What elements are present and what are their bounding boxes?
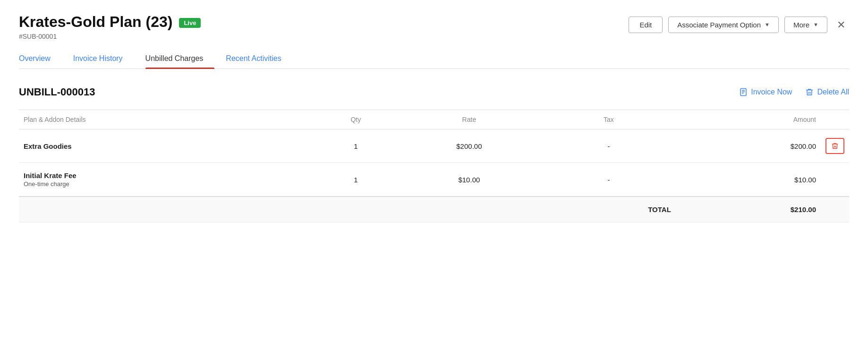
col-amount: Amount [676,110,821,129]
row-qty-2: 1 [315,163,397,197]
col-rate: Rate [397,110,542,129]
page-title: Krates-Gold Plan (23) [19,13,172,31]
row-delete-cell-1 [821,129,849,163]
row-amount-2: $10.00 [676,163,821,197]
row-tax-1: - [542,129,676,163]
row-delete-cell-2 [821,163,849,197]
more-button[interactable]: More ▼ [784,17,827,33]
tab-recent-activities[interactable]: Recent Activities [226,50,292,68]
row-qty-1: 1 [315,129,397,163]
edit-button[interactable]: Edit [629,17,663,33]
col-qty: Qty [315,110,397,129]
total-row: TOTAL $210.00 [19,197,849,222]
row-rate-1: $200.00 [397,129,542,163]
trash-icon [805,88,814,96]
delete-all-label: Delete All [817,88,849,96]
invoice-now-button[interactable]: Invoice Now [739,88,792,96]
tab-unbilled-charges[interactable]: Unbilled Charges [145,50,215,68]
row-tax-2: - [542,163,676,197]
trash-icon-row [831,142,839,150]
delete-all-button[interactable]: Delete All [805,88,849,96]
unbill-header: UNBILL-000013 Invoice Now [19,86,849,98]
row-rate-2: $10.00 [397,163,542,197]
tab-invoice-history[interactable]: Invoice History [73,50,134,68]
sub-id: #SUB-00001 [19,33,201,40]
col-tax: Tax [542,110,676,129]
header-actions: Edit Associate Payment Option ▼ More ▼ ✕ [629,16,849,33]
row-amount-1: $200.00 [676,129,821,163]
table-row: Initial Krate Fee One-time charge 1 $10.… [19,163,849,197]
tabs: Overview Invoice History Unbilled Charge… [19,50,849,69]
total-amount: $210.00 [676,197,821,222]
charges-table: Plan & Addon Details Qty Rate Tax Amount… [19,110,849,222]
title-row: Krates-Gold Plan (23) Live [19,13,201,31]
header: Krates-Gold Plan (23) Live #SUB-00001 Ed… [19,13,849,40]
row-delete-button-1[interactable] [825,138,844,154]
chevron-down-icon: ▼ [813,22,818,27]
table-row: Extra Goodies 1 $200.00 - $200.00 [19,129,849,163]
more-label: More [793,21,809,29]
content: UNBILL-000013 Invoice Now [19,69,849,222]
unbill-actions: Invoice Now Delete All [739,88,849,96]
invoice-now-label: Invoice Now [751,88,792,96]
row-name-2: Initial Krate Fee One-time charge [19,163,315,197]
live-badge: Live [179,18,201,28]
close-button[interactable]: ✕ [833,17,849,33]
page-container: Krates-Gold Plan (23) Live #SUB-00001 Ed… [0,0,868,359]
col-plan-addon: Plan & Addon Details [19,110,315,129]
total-label: TOTAL [542,197,676,222]
tab-overview[interactable]: Overview [19,50,62,68]
associate-payment-button[interactable]: Associate Payment Option ▼ [668,17,779,33]
chevron-down-icon: ▼ [765,22,770,27]
unbill-id: UNBILL-000013 [19,86,95,98]
associate-label: Associate Payment Option [677,21,761,29]
row-name-1: Extra Goodies [19,129,315,163]
invoice-icon [739,88,748,96]
header-left: Krates-Gold Plan (23) Live #SUB-00001 [19,13,201,40]
